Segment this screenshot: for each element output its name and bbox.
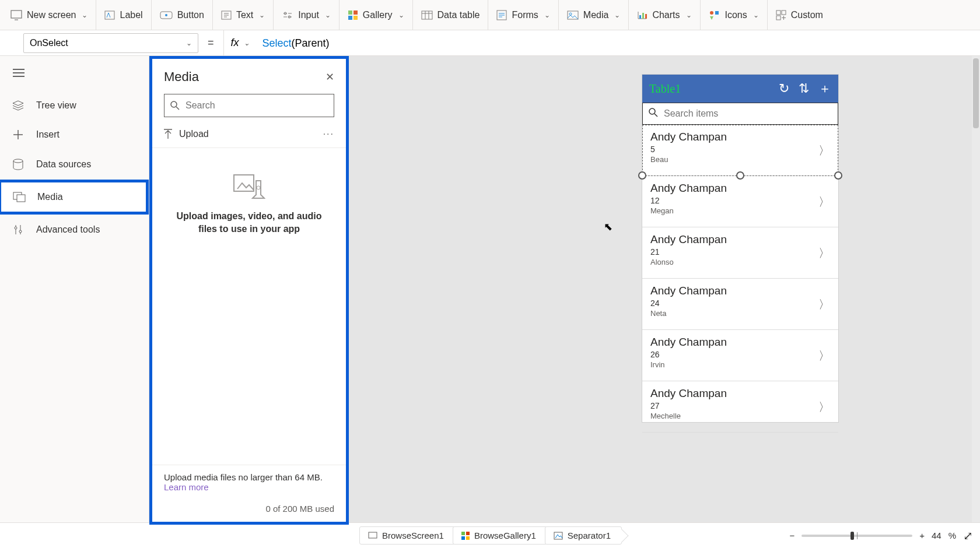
ribbon-label: Label: [120, 10, 142, 20]
gallery-item[interactable]: Andy Champan12Megan〉: [642, 176, 838, 227]
insert-ribbon: New screen⌄ Label Button Text⌄ Input⌄ Ga…: [0, 0, 980, 30]
gallery-item[interactable]: Andy Champan5Beau〉: [642, 125, 838, 176]
selection-handle[interactable]: [736, 171, 744, 180]
preview-search[interactable]: [642, 103, 838, 125]
gallery-item[interactable]: Andy Champan27Mechelle〉: [642, 381, 838, 433]
zoom-in-button[interactable]: +: [919, 531, 925, 540]
chevron-right-icon[interactable]: 〉: [818, 142, 830, 158]
rail-media[interactable]: Media: [0, 180, 149, 215]
breadcrumb-screen[interactable]: BrowseScreen1: [359, 526, 455, 545]
chevron-right-icon[interactable]: 〉: [818, 347, 830, 363]
fullscreen-icon[interactable]: ⤢: [963, 529, 973, 543]
svg-rect-8: [354, 10, 358, 15]
formula-input[interactable]: Select(Parent): [262, 37, 330, 50]
svg-rect-16: [642, 13, 644, 19]
zoom-pct: %: [949, 531, 956, 540]
screen-icon: [10, 10, 22, 20]
chevron-right-icon[interactable]: 〉: [818, 194, 830, 209]
rail-label: Media: [37, 192, 63, 202]
svg-rect-34: [466, 532, 470, 535]
ribbon-input[interactable]: Input⌄: [274, 0, 340, 30]
svg-rect-36: [466, 536, 470, 540]
item-number: 26: [650, 350, 830, 359]
item-number: 21: [650, 247, 830, 257]
ribbon-new-screen[interactable]: New screen⌄: [2, 0, 96, 30]
add-icon[interactable]: ＋: [818, 80, 831, 97]
zoom-out-button[interactable]: −: [789, 531, 794, 540]
svg-rect-11: [422, 11, 432, 19]
svg-rect-15: [639, 15, 641, 19]
learn-more-link[interactable]: Learn more: [164, 482, 209, 492]
ribbon-label: Media: [583, 10, 609, 20]
gallery-item[interactable]: Andy Champan21Alonso〉: [642, 227, 838, 279]
svg-point-27: [19, 230, 22, 233]
property-selector[interactable]: OnSelect ⌄: [23, 33, 198, 53]
ribbon-button[interactable]: Button: [152, 0, 213, 30]
item-subtitle: Neta: [650, 309, 830, 318]
zoom-slider[interactable]: [802, 535, 912, 537]
chevron-down-icon: ⌄: [614, 11, 620, 19]
chevron-right-icon[interactable]: 〉: [818, 296, 830, 312]
svg-rect-22: [776, 16, 780, 20]
selection-handle[interactable]: [834, 171, 842, 180]
rail-advanced-tools[interactable]: Advanced tools: [0, 215, 149, 245]
zoom-controls: − + 44 % ⤢: [789, 529, 973, 543]
rail-insert[interactable]: Insert: [0, 120, 149, 149]
chevron-down-icon: ⌄: [686, 11, 692, 19]
hamburger-icon: [13, 69, 24, 77]
ribbon-charts[interactable]: Charts⌄: [629, 0, 700, 30]
chevron-down-icon: ⌄: [325, 11, 331, 19]
item-number: 5: [650, 145, 830, 154]
svg-point-18: [710, 11, 713, 15]
rail-label: Insert: [36, 129, 60, 140]
breadcrumb-separator[interactable]: Separator1: [545, 526, 622, 545]
rail-collapse-button[interactable]: [0, 65, 149, 91]
ribbon-text[interactable]: Text⌄: [213, 0, 274, 30]
upload-button[interactable]: Upload: [164, 129, 209, 139]
close-icon[interactable]: ✕: [326, 71, 334, 83]
crumb-label: BrowseScreen1: [382, 531, 444, 540]
icons-icon: [709, 10, 720, 20]
vertical-scrollbar[interactable]: [972, 56, 980, 522]
ribbon-gallery[interactable]: Gallery⌄: [340, 0, 413, 30]
svg-point-26: [15, 227, 17, 229]
input-icon: [282, 10, 293, 20]
item-name: Andy Champan: [650, 387, 830, 400]
tools-icon: [12, 224, 24, 236]
sort-icon[interactable]: ⇅: [799, 81, 809, 96]
item-name: Andy Champan: [650, 336, 830, 349]
ribbon-forms[interactable]: Forms⌄: [488, 0, 558, 30]
svg-rect-10: [354, 16, 358, 20]
app-preview: Table1 ↻ ⇅ ＋ Andy Champan5Beau〉Andy Cham…: [642, 75, 838, 422]
rail-tree-view[interactable]: Tree view: [0, 91, 149, 120]
item-name: Andy Champan: [650, 131, 830, 143]
chevron-right-icon[interactable]: 〉: [818, 399, 830, 414]
media-empty-state: Upload images, video, and audio files to…: [152, 148, 346, 465]
preview-search-input[interactable]: [664, 108, 832, 119]
more-icon[interactable]: ···: [323, 129, 334, 139]
ribbon-label: Text: [236, 10, 253, 20]
fx-button[interactable]: fx ⌄: [223, 30, 257, 55]
ribbon-label: Gallery: [363, 10, 393, 20]
chevron-right-icon[interactable]: 〉: [818, 245, 830, 261]
rail-data-sources[interactable]: Data sources: [0, 149, 149, 180]
media-search-input[interactable]: [186, 100, 328, 111]
ribbon-label[interactable]: Label: [96, 0, 151, 30]
ribbon-custom[interactable]: Custom: [768, 0, 831, 30]
rail-label: Tree view: [36, 100, 76, 111]
breadcrumb-gallery[interactable]: BrowseGallery1: [453, 526, 547, 545]
selection-handle[interactable]: [638, 171, 646, 180]
item-subtitle: Irvin: [650, 360, 830, 369]
gallery-item[interactable]: Andy Champan24Neta〉: [642, 279, 838, 330]
ribbon-media[interactable]: Media⌄: [559, 0, 629, 30]
media-search[interactable]: [164, 94, 334, 117]
ribbon-icons[interactable]: Icons⌄: [701, 0, 768, 30]
svg-rect-21: [782, 10, 786, 15]
ribbon-data-table[interactable]: Data table: [413, 0, 489, 30]
gallery-item[interactable]: Andy Champan26Irvin〉: [642, 330, 838, 381]
svg-rect-0: [11, 10, 22, 18]
ribbon-label: Custom: [791, 10, 823, 20]
media-icon: [13, 192, 26, 202]
chevron-down-icon: ⌄: [259, 11, 265, 19]
refresh-icon[interactable]: ↻: [779, 81, 789, 96]
